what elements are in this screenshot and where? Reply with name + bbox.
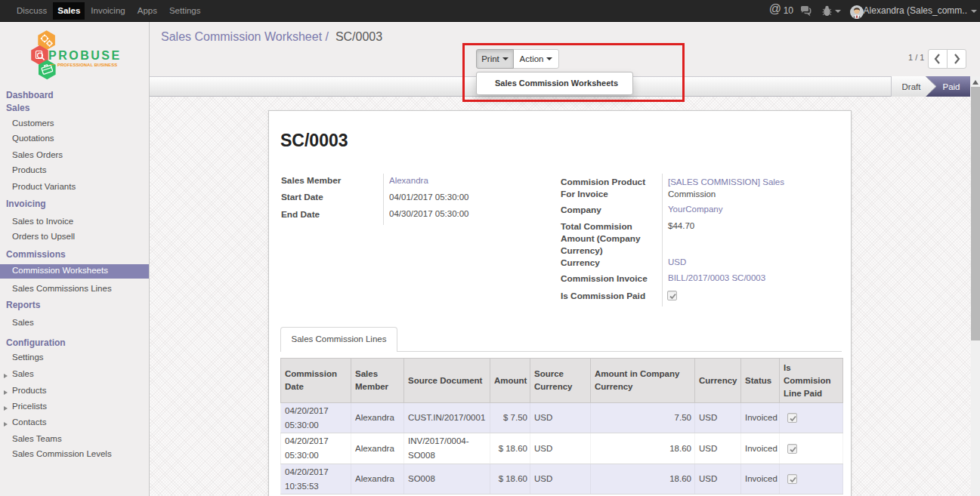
svg-text:Draft: Draft [902, 82, 922, 91]
svg-text:PROFESSIONAL BUSINESS: PROFESSIONAL BUSINESS [57, 63, 117, 67]
svg-text:PROBUSE: PROBUSE [48, 49, 122, 62]
svg-text:Paid: Paid [942, 82, 960, 91]
